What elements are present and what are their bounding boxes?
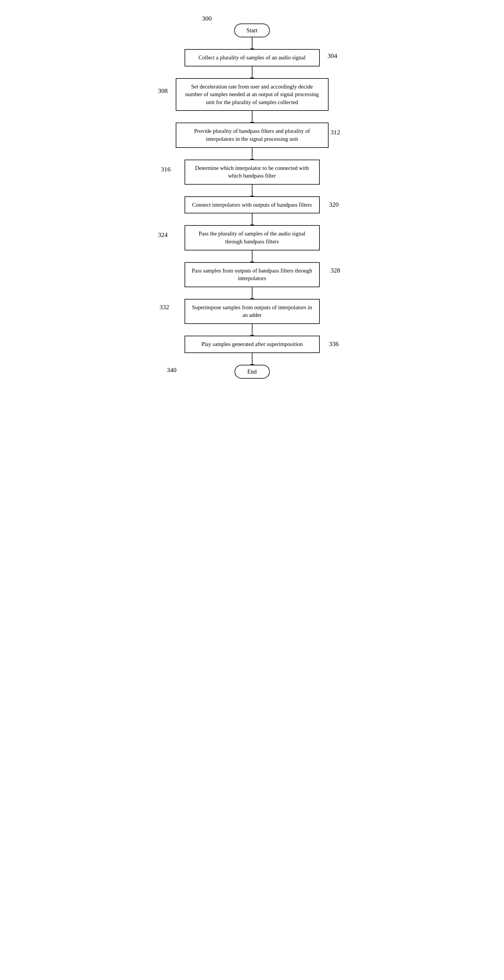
step-312-row: 312 Provide plurality of bandpass filter… [149, 123, 355, 148]
label-328: 328 [331, 267, 340, 274]
end-text: End [247, 368, 256, 375]
arrow-1 [252, 37, 253, 49]
step-304-text: Collect a plurality of samples of an aud… [199, 54, 305, 60]
step-312-box: Provide plurality of bandpass filters an… [176, 123, 329, 148]
flowchart: 300 Start 304 Collect a plurality of sam… [149, 18, 355, 379]
step-308-text: Set deceleration rate from user and acco… [185, 83, 318, 105]
label-312: 312 [331, 129, 340, 136]
label-340: 340 [167, 366, 176, 374]
start-node: Start [234, 24, 270, 37]
step-304-row: 304 Collect a plurality of samples of an… [149, 49, 355, 67]
step-308-row: 308 Set deceleration rate from user and … [149, 78, 355, 111]
step-324-text: Pass the plurality of samples of the aud… [199, 231, 305, 245]
step-336-box: Play samples generated after superimposi… [184, 336, 320, 353]
start-row: 300 Start [149, 24, 355, 37]
arrow-4 [252, 148, 253, 160]
step-336-row: 336 Play samples generated after superim… [149, 336, 355, 353]
arrow-8 [252, 287, 253, 299]
step-316-row: 316 Determine which interpolator to be c… [149, 160, 355, 185]
arrow-6 [252, 213, 253, 225]
label-336: 336 [329, 340, 339, 348]
step-324-box: Pass the plurality of samples of the aud… [184, 225, 320, 250]
step-308-box: Set deceleration rate from user and acco… [176, 78, 329, 111]
arrow-9 [252, 324, 253, 336]
step-328-text: Pass samples from outputs of bandpass fi… [192, 267, 312, 282]
step-328-box: Pass samples from outputs of bandpass fi… [184, 262, 320, 287]
step-324-row: 324 Pass the plurality of samples of the… [149, 225, 355, 250]
step-332-text: Superimpose samples from outputs of inte… [192, 304, 312, 318]
step-304-box: Collect a plurality of samples of an aud… [184, 49, 320, 67]
label-316: 316 [161, 165, 171, 173]
step-328-row: 328 Pass samples from outputs of bandpas… [149, 262, 355, 287]
label-308: 308 [158, 87, 168, 95]
step-332-box: Superimpose samples from outputs of inte… [184, 299, 320, 324]
label-300: 300 [202, 15, 212, 22]
end-row: 340 End [149, 365, 355, 379]
label-332: 332 [160, 303, 169, 311]
step-316-box: Determine which interpolator to be conne… [184, 160, 320, 185]
arrow-5 [252, 185, 253, 196]
arrow-2 [252, 67, 253, 78]
step-332-row: 332 Superimpose samples from outputs of … [149, 299, 355, 324]
step-320-box: Connect interpolators with outputs of ba… [184, 196, 320, 214]
label-320: 320 [329, 201, 339, 208]
step-336-text: Play samples generated after superimposi… [201, 341, 303, 347]
arrow-3 [252, 111, 253, 123]
label-324: 324 [158, 231, 168, 239]
label-304: 304 [328, 52, 337, 60]
end-node: End [235, 365, 270, 379]
step-320-text: Connect interpolators with outputs of ba… [192, 202, 312, 208]
arrow-7 [252, 250, 253, 262]
arrow-10 [252, 353, 253, 365]
step-320-row: 320 Connect interpolators with outputs o… [149, 196, 355, 214]
start-text: Start [246, 27, 258, 33]
step-312-text: Provide plurality of bandpass filters an… [194, 128, 310, 142]
step-316-text: Determine which interpolator to be conne… [195, 165, 309, 179]
